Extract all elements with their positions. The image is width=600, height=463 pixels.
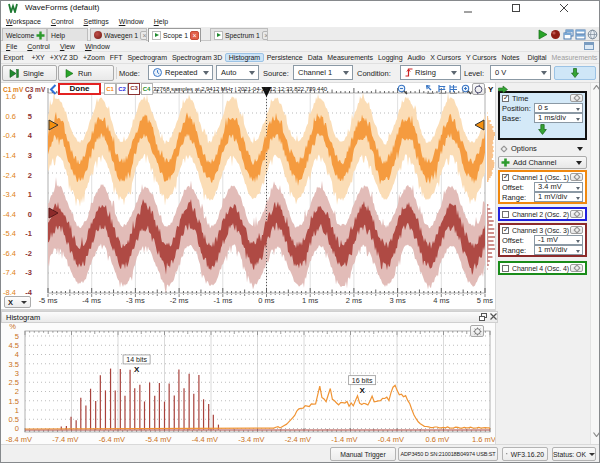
channel-badge-c2[interactable]: C2: [116, 83, 128, 95]
manual-trigger-button[interactable]: Manual Trigger: [330, 447, 396, 461]
run-button[interactable]: Run: [58, 65, 114, 81]
view-data[interactable]: Data: [305, 53, 325, 62]
time-checkbox[interactable]: [502, 95, 509, 102]
expand-right-panel-icon[interactable]: [498, 85, 508, 94]
channel-4-checkbox[interactable]: [502, 265, 509, 272]
menu-window[interactable]: Window: [114, 18, 149, 25]
channel-3-checkbox[interactable]: [502, 227, 509, 234]
tile-windows-icon[interactable]: [575, 29, 586, 40]
channel-4-settings-button[interactable]: [570, 264, 583, 272]
view-notes[interactable]: Notes: [499, 53, 522, 62]
channel-2-checkbox[interactable]: [502, 211, 509, 218]
collapse-left-icon[interactable]: [49, 84, 57, 95]
condition-select[interactable]: Rising: [400, 65, 461, 80]
scroll-up-icon[interactable]: [591, 85, 600, 95]
view-measurements[interactable]: Measurements: [325, 53, 376, 62]
single-button[interactable]: Single: [2, 65, 57, 81]
view-digital[interactable]: Digital: [525, 53, 549, 62]
histogram-plot[interactable]: %54.543.532.521.510.50-8.4 mV-7.4 mV-6.4…: [1, 323, 498, 444]
view-logging[interactable]: Logging: [375, 53, 405, 62]
zoom-out-icon[interactable]: [397, 84, 408, 95]
tab-scope-1[interactable]: Scope 1×: [148, 28, 201, 42]
channel-3-range-select[interactable]: 1 mV/div: [534, 245, 583, 255]
scope-menu-view[interactable]: View: [55, 43, 80, 50]
view-histogram[interactable]: Histogram: [225, 53, 264, 62]
y-axis-toggle[interactable]: Y: [488, 85, 493, 94]
channel-2-settings-button[interactable]: [570, 210, 583, 218]
view--xy[interactable]: +XY: [29, 53, 47, 62]
channel-1-settings-button[interactable]: [570, 173, 583, 181]
menu-mnemonic: F: [6, 43, 10, 50]
time-base-select[interactable]: 1 ms/div: [534, 113, 583, 123]
menu-settings[interactable]: Settings: [78, 18, 113, 25]
view-persistence[interactable]: Persistence: [264, 53, 305, 62]
channel-badge-c1[interactable]: C1: [104, 83, 116, 95]
trigger-mode-select[interactable]: Auto: [216, 65, 259, 80]
channel-3-settings-button[interactable]: [570, 226, 583, 234]
time-position-select[interactable]: 0 s: [534, 103, 583, 113]
apply-level-button[interactable]: [554, 66, 596, 80]
view--xyz-3d[interactable]: +XYZ 3D: [47, 53, 80, 62]
autoset-icon[interactable]: [472, 83, 485, 95]
view-export[interactable]: Export: [1, 53, 26, 62]
right-panel-scrollbar[interactable]: [590, 83, 600, 444]
tab-help[interactable]: Help: [47, 28, 88, 41]
minimize-button[interactable]: [453, 1, 483, 15]
scope-plot[interactable]: 1.60.6-0.4-1.4-2.4-3.4-4.4-5.4-6.4-7.4-8…: [1, 87, 498, 309]
channel-1-offset-select[interactable]: 3.4 mV: [534, 182, 583, 192]
tab-close-icon[interactable]: ×: [140, 31, 147, 40]
tab-close-icon[interactable]: ×: [190, 31, 199, 40]
add-channel-button[interactable]: Add Channel: [498, 156, 587, 169]
pan-arrow-icon[interactable]: [425, 84, 436, 95]
view-x-cursors[interactable]: X Cursors: [428, 53, 464, 62]
scope-menu-control[interactable]: Control: [22, 43, 55, 50]
scope-menu-file[interactable]: File: [1, 43, 22, 50]
channel-3-offset-select[interactable]: -1 mV: [534, 235, 583, 245]
time-settings-button[interactable]: [570, 94, 583, 102]
status-ok-button[interactable]: Status: OK: [552, 447, 596, 461]
close-panel-icon[interactable]: [490, 313, 500, 323]
close-button[interactable]: [549, 1, 579, 15]
time-apply-arrow[interactable]: [500, 123, 585, 135]
tab-welcome[interactable]: Welcome: [2, 28, 47, 41]
menu-workspace[interactable]: Workspace: [1, 18, 46, 25]
tab-close-icon[interactable]: ×: [262, 31, 268, 40]
stop-all-icon[interactable]: [550, 29, 561, 40]
view-y-cursors[interactable]: Y Cursors: [463, 53, 499, 62]
view-fft[interactable]: FFT: [107, 53, 125, 62]
version-button[interactable]: WF3.16.20: [502, 447, 548, 461]
window-restore-icon[interactable]: [584, 42, 594, 50]
scroll-down-icon[interactable]: [591, 432, 600, 442]
float-panel-icon[interactable]: [479, 313, 489, 323]
menu-control[interactable]: Control: [46, 18, 79, 25]
cursor-x1-icon[interactable]: [437, 84, 448, 95]
device-button[interactable]: ADP3450 D SN:210018B04974 USB:ST: [398, 447, 498, 461]
zoom-in-icon[interactable]: [461, 84, 472, 95]
cascade-windows-icon[interactable]: [563, 29, 574, 40]
histogram-settings-button[interactable]: [470, 325, 484, 337]
run-all-icon[interactable]: [537, 29, 548, 40]
tab-wavegen-1[interactable]: Wavegen 1×: [90, 28, 147, 41]
maximize-button[interactable]: [501, 1, 531, 15]
tab-spectrum-1[interactable]: Spectrum 1×: [210, 28, 268, 41]
cursor-x2-icon[interactable]: [448, 84, 459, 95]
x-axis-button[interactable]: X: [4, 296, 31, 308]
view-spectrogram[interactable]: Spectrogram: [125, 53, 170, 62]
level-combo[interactable]: 0 V: [490, 65, 551, 80]
options-row[interactable]: Options: [498, 143, 587, 154]
title-bar: WaveForms (default): [1, 1, 599, 15]
source-select[interactable]: Channel 1: [293, 65, 353, 80]
menu-help[interactable]: Help: [149, 18, 173, 25]
view-measurements[interactable]: Measurements: [549, 53, 600, 62]
channel-1-checkbox[interactable]: [502, 174, 509, 181]
view-audio[interactable]: Audio: [405, 53, 428, 62]
help-globe-icon[interactable]: [587, 29, 598, 40]
view--zoom[interactable]: +Zoom: [80, 53, 107, 62]
channel-badge-c3[interactable]: C3: [128, 83, 140, 95]
channel-badge-c4[interactable]: C4: [141, 83, 153, 95]
channel-1-range-select[interactable]: 1 mV/div: [534, 192, 583, 202]
mode-select[interactable]: Repeated: [148, 65, 213, 80]
scope-menu-window[interactable]: Window: [80, 43, 115, 50]
device-label: ADP3450 D SN:210018B04974 USB:ST: [400, 451, 495, 457]
view-spectrogram-3d[interactable]: Spectrogram 3D: [169, 53, 224, 62]
